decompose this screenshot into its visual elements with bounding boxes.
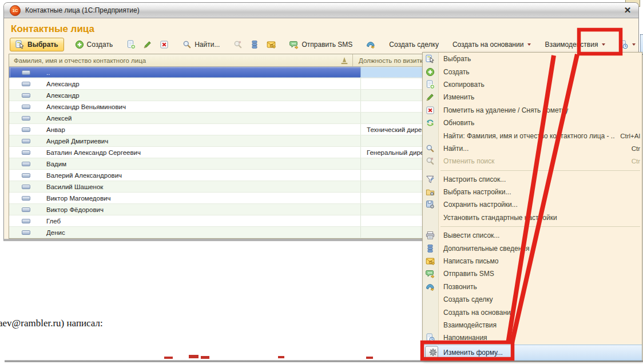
edit-icon [143,40,152,49]
mail-icon: @ [267,40,276,49]
contact-item-icon [22,173,30,178]
create-icon [426,67,435,77]
magnifier-icon [426,144,435,153]
write-letter-button[interactable]: @ [264,38,279,51]
contact-item-icon [22,93,30,98]
window-title: Контактные лица (1С:Предприятие) [25,6,140,14]
menu-copy[interactable]: Скопировать [423,78,642,91]
contact-item-icon [22,139,30,143]
menu-create-deal[interactable]: Создать сделку [423,293,642,306]
clipped-red-text-marks [164,355,373,359]
mail-icon: @ [426,257,435,266]
menu-shortcut: Ctr [632,158,640,165]
close-button[interactable]: ✕ [622,5,633,15]
menu-save-settings[interactable]: Сохранить настройки... [423,198,642,211]
all-actions-menu: ВыбратьСоздатьСкопироватьИзменитьПометит… [422,52,642,361]
contact-item-icon [22,105,30,109]
menu-write-letter[interactable]: @Написать письмо [423,255,642,267]
mark-delete-button[interactable] [157,38,172,51]
phone-icon [366,40,375,49]
call-button[interactable] [363,38,378,51]
create-deal-button[interactable]: Создать сделку [386,38,442,51]
phone-icon [426,282,435,291]
doc-clock-icon [426,333,435,342]
sms-icon [426,269,435,278]
doc-clock-icon [619,40,628,49]
send-sms-button[interactable]: Отправить SMS [287,38,355,51]
contact-item-icon [22,196,30,201]
cancel-search-icon [233,40,243,49]
background-email-text: aev@rambler.ru) написал: [0,318,103,329]
cancel-search-icon [426,157,435,166]
copy-icon [426,80,435,89]
create-button[interactable]: Создать [72,38,116,51]
delete-icon [426,106,435,115]
toolbar: ВыбратьСоздатьНайти...@Отправить SMSСозд… [10,37,633,53]
create-based-on-button[interactable]: Создать на основании [450,38,534,51]
save-gear-icon [426,200,435,209]
title-bar[interactable]: 1С Контактные лица (1С:Предприятие) ✕ [4,3,638,18]
refresh-icon [426,118,435,127]
menu-call[interactable]: Позвонить [423,281,642,293]
page-title: Контактные лица [11,23,94,35]
contact-item-icon [22,116,30,121]
edit-button[interactable] [140,38,155,51]
details-icon [250,40,259,49]
find-button[interactable]: Найти... [180,38,223,51]
create-icon [75,40,84,49]
reminders-button[interactable] [616,38,638,51]
contact-item-icon [22,219,30,223]
edit-icon [426,93,435,102]
menu-find[interactable]: Найти...Ctr [423,142,642,155]
contact-item-icon [22,207,30,212]
filter-icon [426,175,435,184]
menu-create-based-on[interactable]: Создать на основании [423,306,642,318]
contact-item-icon [22,162,30,166]
folder-gear-icon [426,187,435,197]
menu-change-form[interactable]: Изменить форму... [423,345,642,361]
magnifier-icon [182,40,192,49]
copy-button[interactable] [124,38,138,51]
menu-additional-info[interactable]: Дополнительные сведения [423,242,642,254]
menu-find-column[interactable]: Найти: Фамилия, имя и отчество контактно… [423,129,642,142]
additional-info-button[interactable] [247,38,262,51]
copy-icon [126,40,136,49]
interactions-button[interactable]: Взаимодействия [542,38,608,51]
menu-edit[interactable]: Изменить [423,91,642,103]
menu-print-list[interactable]: Вывести список... [423,229,642,242]
menu-standard-settings[interactable]: Установить стандартные настройки [423,211,642,224]
gear-button [425,346,438,359]
menu-select[interactable]: Выбрать [423,53,642,65]
menu-separator [440,226,640,227]
contact-item-icon [22,150,30,155]
chevron-down-icon [632,43,636,46]
delete-icon [160,40,169,49]
menu-create[interactable]: Создать [423,65,642,78]
sms-icon [289,40,299,49]
column-header-name[interactable]: Фамилия, имя и отчество контактного лица [9,54,352,66]
menu-mark-delete[interactable]: Пометить на удаление / Снять пометку [423,104,642,117]
print-icon [426,231,435,240]
contact-item-icon [22,82,30,86]
select-icon [426,54,435,63]
menu-choose-settings[interactable]: Выбрать настройки... [423,186,642,198]
menu-send-sms[interactable]: Отправить SMS [423,267,642,280]
cancel-search-button[interactable] [231,38,245,51]
chevron-down-icon [527,43,531,46]
contact-item-icon [22,127,30,132]
select-icon [15,40,25,49]
menu-reminders[interactable]: Напоминания [423,331,642,344]
select-button[interactable]: Выбрать [10,38,64,51]
menu-shortcut: Ctrl+Al [620,133,640,139]
menu-configure-list[interactable]: Настроить список... [423,173,642,186]
contact-item-icon [22,230,30,235]
menu-separator [440,170,640,171]
contact-item-icon [22,70,30,75]
1c-logo-icon: 1С [10,5,21,16]
gear-icon [428,348,438,357]
menu-cancel-search[interactable]: Отменить поискCtr [423,155,642,167]
menu-refresh[interactable]: Обновить [423,117,642,129]
sort-indicator-icon [340,56,349,65]
menu-interactions[interactable]: Взаимодействия [423,319,642,331]
chevron-down-icon [602,43,605,46]
